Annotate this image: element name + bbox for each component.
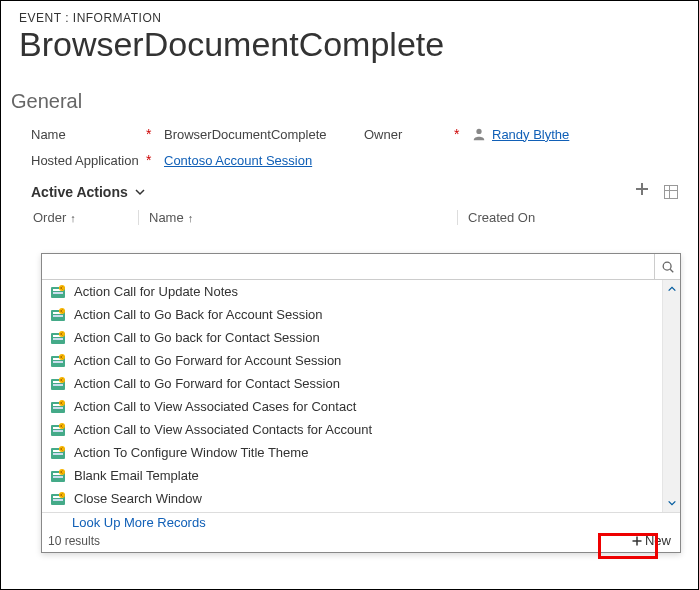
record-icon [50, 445, 66, 461]
record-icon [50, 330, 66, 346]
lookup-item[interactable]: Action Call to Go Forward for Account Se… [42, 349, 662, 372]
lookup-item-label: Action Call to View Associated Cases for… [74, 399, 356, 414]
lookup-item-label: Blank Email Template [74, 468, 199, 483]
lookup-new-label: New [645, 533, 671, 548]
owner-link[interactable]: Randy Blythe [492, 127, 569, 142]
required-marker: * [146, 152, 164, 168]
lookup-item[interactable]: Close Search Window [42, 487, 662, 510]
lookup-item-label: Action Call to Go Forward for Contact Se… [74, 376, 340, 391]
lookup-item[interactable]: Action Call to Go Forward for Contact Se… [42, 372, 662, 395]
required-marker: * [454, 126, 472, 142]
lookup-item-label: Action Call to Go Forward for Account Se… [74, 353, 341, 368]
lookup-item-label: Action Call to View Associated Contacts … [74, 422, 372, 437]
lookup-item-label: Action To Configure Window Title Theme [74, 445, 308, 460]
record-icon [50, 376, 66, 392]
lookup-item[interactable]: Action Call to Go Back for Account Sessi… [42, 303, 662, 326]
lookup-more-link[interactable]: Look Up More Records [72, 515, 206, 530]
record-icon [50, 284, 66, 300]
lookup-item[interactable]: Action To Configure Window Title Theme [42, 441, 662, 464]
record-icon [50, 491, 66, 507]
record-icon [50, 307, 66, 323]
breadcrumb: EVENT : INFORMATION [19, 11, 680, 25]
lookup-panel: Action Call for Update NotesAction Call … [41, 253, 681, 553]
grid-column-headers: Order↑ Name↑ Created On [31, 206, 678, 229]
scroll-up-button[interactable] [663, 280, 680, 298]
required-marker: * [146, 126, 164, 142]
col-created[interactable]: Created On [457, 210, 678, 225]
scroll-track[interactable] [663, 298, 680, 494]
lookup-item-label: Action Call to Go back for Contact Sessi… [74, 330, 320, 345]
page-title: BrowserDocumentComplete [19, 25, 680, 64]
search-button[interactable] [654, 254, 680, 279]
record-icon [50, 422, 66, 438]
lookup-item-label: Action Call for Update Notes [74, 284, 238, 299]
label-name: Name [31, 127, 146, 142]
lookup-item[interactable]: Action Call to Go back for Contact Sessi… [42, 326, 662, 349]
scroll-down-button[interactable] [663, 494, 680, 512]
add-record-button[interactable] [634, 181, 650, 202]
search-icon [661, 260, 675, 274]
section-general: General [1, 82, 698, 121]
label-owner: Owner [364, 127, 454, 142]
hosted-app-link[interactable]: Contoso Account Session [164, 153, 312, 168]
value-name[interactable]: BrowserDocumentComplete [164, 127, 364, 142]
lookup-item-label: Close Search Window [74, 491, 202, 506]
chevron-down-icon [134, 186, 146, 198]
lookup-item-label: Action Call to Go Back for Account Sessi… [74, 307, 323, 322]
record-icon [50, 399, 66, 415]
subgrid-title[interactable]: Active Actions [31, 184, 146, 200]
lookup-item[interactable]: Action Call to View Associated Cases for… [42, 395, 662, 418]
grid-view-button[interactable] [664, 185, 678, 199]
plus-icon [631, 535, 643, 547]
lookup-item[interactable]: Action Call for Update Notes [42, 280, 662, 303]
col-order[interactable]: Order↑ [31, 210, 139, 225]
col-name[interactable]: Name↑ [139, 210, 457, 225]
scrollbar[interactable] [662, 280, 680, 512]
record-icon [50, 468, 66, 484]
lookup-item[interactable]: Action Call to View Associated Contacts … [42, 418, 662, 441]
lookup-item[interactable]: Blank Email Template [42, 464, 662, 487]
subgrid-title-text: Active Actions [31, 184, 128, 200]
lookup-search-input[interactable] [42, 254, 654, 279]
lookup-results-count: 10 results [48, 534, 100, 548]
lookup-new-button[interactable]: New [627, 531, 675, 550]
label-hosted-app: Hosted Application [31, 153, 146, 168]
record-icon [50, 353, 66, 369]
person-icon [472, 127, 486, 141]
